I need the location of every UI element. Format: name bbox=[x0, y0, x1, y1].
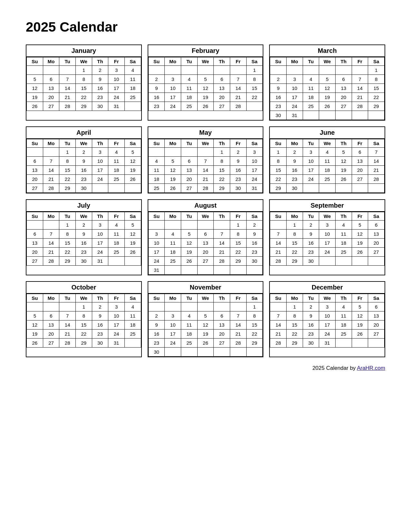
day-header: Sa bbox=[246, 294, 263, 302]
day-header: Su bbox=[148, 139, 165, 148]
day-header: Fr bbox=[108, 294, 125, 302]
day-header: Th bbox=[214, 57, 230, 66]
day-cell: 15 bbox=[246, 320, 263, 330]
day-cell: 15 bbox=[286, 239, 303, 248]
week-row: 16171819202122 bbox=[148, 330, 263, 339]
day-cell bbox=[197, 266, 214, 275]
day-cell: 2 bbox=[303, 221, 319, 230]
day-cell: 25 bbox=[181, 102, 197, 111]
day-cell: 24 bbox=[165, 339, 181, 348]
day-cell: 20 bbox=[335, 93, 352, 102]
day-cell: 6 bbox=[43, 311, 59, 320]
day-cell: 8 bbox=[286, 311, 303, 320]
day-header: Sa bbox=[246, 212, 263, 221]
day-cell: 1 bbox=[246, 302, 263, 311]
month-december: DecemberSuMoTuWeThFrSa123456789101112131… bbox=[269, 281, 385, 357]
day-cell: 4 bbox=[335, 221, 352, 230]
week-row: 9101112131415 bbox=[148, 84, 263, 93]
day-cell: 11 bbox=[303, 84, 319, 93]
day-cell: 3 bbox=[108, 66, 125, 75]
page-title: 2025 Calendar bbox=[26, 19, 385, 35]
day-cell bbox=[197, 302, 214, 311]
day-cell: 25 bbox=[108, 248, 125, 257]
day-cell: 10 bbox=[108, 311, 125, 320]
day-cell: 24 bbox=[108, 93, 125, 102]
day-cell bbox=[181, 148, 197, 157]
week-row: 24252627282930 bbox=[148, 257, 263, 266]
day-cell bbox=[181, 266, 197, 275]
day-cell: 5 bbox=[27, 311, 43, 320]
day-header: Th bbox=[335, 57, 352, 66]
day-cell: 13 bbox=[181, 166, 197, 175]
day-cell: 16 bbox=[148, 93, 165, 102]
week-row: 10111213141516 bbox=[148, 239, 263, 248]
week-row: 19202122232425 bbox=[27, 330, 141, 339]
day-cell: 7 bbox=[270, 230, 287, 239]
day-cell: 2 bbox=[286, 148, 303, 157]
footer-link[interactable]: AraHR.com bbox=[357, 365, 385, 371]
day-cell: 15 bbox=[214, 166, 230, 175]
day-cell: 15 bbox=[59, 166, 76, 175]
day-cell: 17 bbox=[246, 166, 263, 175]
day-cell bbox=[148, 221, 165, 230]
day-header: We bbox=[197, 294, 214, 302]
day-cell: 21 bbox=[270, 330, 287, 339]
month-title: February bbox=[148, 45, 263, 57]
day-cell: 20 bbox=[352, 166, 368, 175]
day-cell: 30 bbox=[92, 339, 108, 348]
day-cell: 12 bbox=[165, 166, 181, 175]
week-row: 262728293031 bbox=[27, 339, 141, 348]
day-cell: 6 bbox=[27, 230, 43, 239]
day-cell: 23 bbox=[92, 330, 108, 339]
day-header: Fr bbox=[108, 212, 125, 221]
day-cell: 27 bbox=[214, 339, 230, 348]
day-header: We bbox=[197, 212, 214, 221]
day-cell: 29 bbox=[286, 257, 303, 266]
day-cell: 28 bbox=[197, 184, 214, 193]
day-header: Th bbox=[92, 212, 108, 221]
day-cell: 19 bbox=[124, 166, 141, 175]
day-cell: 15 bbox=[230, 239, 246, 248]
day-cell: 13 bbox=[214, 320, 230, 330]
day-cell: 12 bbox=[335, 157, 352, 166]
day-cell: 24 bbox=[286, 102, 303, 111]
day-cell: 19 bbox=[27, 93, 43, 102]
day-header: Mo bbox=[165, 212, 181, 221]
day-cell: 9 bbox=[303, 311, 319, 320]
day-cell: 21 bbox=[43, 248, 59, 257]
day-header: Mo bbox=[165, 139, 181, 148]
day-cell: 12 bbox=[197, 320, 214, 330]
day-header: Tu bbox=[181, 139, 197, 148]
day-header: We bbox=[75, 212, 92, 221]
day-cell bbox=[165, 302, 181, 311]
day-header: Tu bbox=[59, 139, 76, 148]
day-cell bbox=[246, 102, 263, 111]
day-cell bbox=[303, 111, 319, 120]
day-header: Tu bbox=[59, 57, 76, 66]
week-row: 232425262728 bbox=[148, 102, 263, 111]
week-row: 31 bbox=[148, 266, 263, 275]
day-cell: 1 bbox=[75, 302, 92, 311]
day-cell: 14 bbox=[43, 166, 59, 175]
day-header: Sa bbox=[246, 57, 263, 66]
day-cell: 22 bbox=[75, 93, 92, 102]
day-cell: 5 bbox=[197, 311, 214, 320]
day-cell: 14 bbox=[368, 157, 385, 166]
day-cell: 9 bbox=[230, 157, 246, 166]
day-header: Tu bbox=[181, 212, 197, 221]
day-cell: 24 bbox=[92, 248, 108, 257]
day-cell bbox=[335, 257, 352, 266]
day-cell: 7 bbox=[270, 311, 287, 320]
day-cell: 9 bbox=[75, 230, 92, 239]
day-cell: 29 bbox=[368, 102, 385, 111]
day-cell: 31 bbox=[108, 339, 125, 348]
day-cell: 27 bbox=[352, 175, 368, 184]
day-cell: 31 bbox=[92, 257, 108, 266]
week-row: 23242526272829 bbox=[270, 102, 385, 111]
week-row: 12 bbox=[148, 221, 263, 230]
day-cell: 21 bbox=[59, 93, 76, 102]
day-header: Mo bbox=[286, 139, 303, 148]
day-cell: 23 bbox=[230, 175, 246, 184]
day-cell: 13 bbox=[368, 311, 385, 320]
month-title: March bbox=[270, 45, 385, 57]
